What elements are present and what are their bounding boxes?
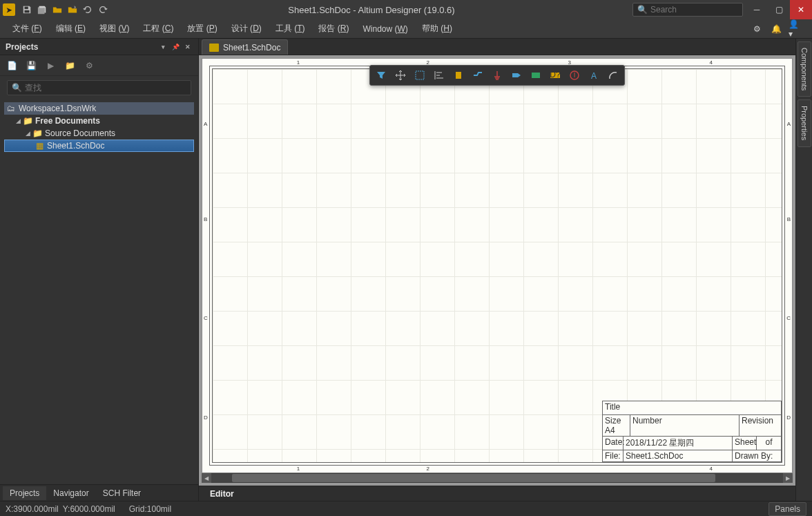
filter-icon[interactable] [372, 68, 390, 83]
power-icon[interactable] [488, 68, 506, 83]
menu-design[interactable]: 设计 (D) [224, 20, 269, 37]
scroll-right-icon[interactable]: ▶ [783, 473, 793, 483]
port-icon[interactable] [508, 68, 525, 83]
status-bar: X:3900.000mil Y:6000.000mil Grid:100mil … [0, 501, 812, 516]
projects-search-input[interactable] [25, 83, 186, 93]
search-icon: 🔍 [637, 5, 648, 15]
menu-place[interactable]: 放置 (P) [180, 20, 224, 37]
designator-icon[interactable]: D? [546, 68, 564, 83]
app-logo-icon: ➤ [3, 3, 15, 16]
status-grid: Grid:100mil [129, 504, 171, 514]
menu-file[interactable]: 文件 (F) [6, 20, 49, 37]
save-icon[interactable] [20, 3, 34, 17]
active-bar: D? i A [369, 65, 625, 86]
notifications-icon[interactable]: 🔔 [769, 22, 783, 36]
text-icon[interactable]: A [585, 68, 603, 83]
open-icon[interactable] [50, 3, 64, 17]
row-ref: D [786, 414, 791, 421]
close-button[interactable]: ✕ [790, 0, 812, 19]
bus-icon[interactable] [527, 68, 545, 83]
schematic-sheet[interactable]: 1 2 3 4 1 2 4 A B C D A B C D [202, 58, 793, 473]
tab-editor[interactable]: Editor [203, 488, 241, 500]
projects-panel-title: Projects [6, 42, 38, 52]
tree-source-documents[interactable]: ◢ 📁 Source Documents [4, 127, 194, 140]
menu-tools[interactable]: 工具 (T) [269, 20, 312, 37]
titlebar-search[interactable]: 🔍 [632, 3, 743, 17]
panels-button[interactable]: Panels [768, 502, 806, 516]
document-tab-sheet1[interactable]: Sheet1.SchDoc [202, 39, 288, 55]
maximize-button[interactable]: ▢ [768, 0, 790, 19]
row-ref: B [204, 216, 207, 222]
titleblock-size-label: Size [605, 416, 628, 426]
tree-free-documents[interactable]: ◢ 📁 Free Documents [4, 115, 194, 127]
svg-text:A: A [591, 71, 597, 81]
titleblock-title-label: Title [603, 401, 781, 414]
component-icon[interactable] [450, 68, 467, 83]
panel-close-icon[interactable]: ✕ [183, 42, 193, 52]
svg-rect-2 [416, 71, 424, 79]
arc-icon[interactable] [604, 68, 622, 83]
select-rect-icon[interactable] [411, 68, 429, 83]
svg-text:D?: D? [550, 70, 561, 79]
undo-icon[interactable] [81, 3, 95, 17]
move-icon[interactable] [392, 68, 409, 83]
svg-rect-0 [25, 7, 28, 10]
open-recent-icon[interactable] [66, 3, 79, 17]
menu-reports[interactable]: 报告 (R) [311, 20, 356, 37]
editor-area: Sheet1.SchDoc D? i A [199, 39, 795, 501]
status-coord-x: X:3900.000mil [6, 504, 59, 514]
titlebar-search-input[interactable] [650, 5, 738, 15]
compile-icon[interactable]: ▶ [44, 59, 57, 72]
search-icon: 🔍 [12, 83, 22, 93]
col-ref: 4 [709, 59, 712, 66]
user-menu-icon[interactable]: 👤▾ [789, 22, 802, 36]
scroll-thumb[interactable] [232, 474, 715, 482]
settings-icon[interactable]: ⚙ [750, 22, 764, 36]
tab-properties[interactable]: Properties [798, 99, 811, 146]
tab-navigator[interactable]: Navigator [46, 486, 95, 500]
menu-edit[interactable]: 编辑 (E) [49, 20, 93, 37]
tab-sch-filter[interactable]: SCH Filter [96, 486, 148, 500]
menu-help[interactable]: 帮助 (H) [415, 20, 459, 37]
col-ref: 1 [297, 59, 300, 66]
info-icon[interactable]: i [566, 68, 583, 83]
schematic-file-icon [209, 44, 219, 52]
titleblock-of-label: of [757, 437, 781, 450]
left-bottom-tabs: Projects Navigator SCH Filter [0, 484, 198, 501]
save-all-icon[interactable] [35, 3, 49, 17]
titleblock-sheet-label: Sheet [733, 437, 757, 450]
tree-collapse-icon[interactable]: ◢ [23, 130, 32, 137]
menu-window[interactable]: Window (W) [356, 21, 415, 37]
menu-view[interactable]: 视图 (V) [93, 20, 136, 37]
save-project-icon[interactable]: 💾 [25, 59, 37, 72]
new-doc-icon[interactable]: 📄 [6, 59, 18, 72]
titleblock-number-label: Number [630, 415, 740, 436]
svg-rect-4 [532, 73, 540, 78]
minimize-button[interactable]: ─ [746, 0, 768, 19]
row-ref: A [204, 121, 207, 127]
redo-icon[interactable] [96, 3, 110, 17]
folder-in-icon[interactable]: 📁 [64, 59, 76, 72]
editor-bottom-tabs: Editor [199, 486, 795, 501]
tab-components[interactable]: Components [798, 41, 811, 97]
svg-text:i: i [574, 70, 576, 79]
horizontal-scrollbar[interactable]: ◀ ▶ [202, 473, 793, 483]
projects-search-wrap: 🔍 [0, 76, 198, 99]
tree-sheet-file[interactable]: ▦ Sheet1.SchDoc [4, 140, 194, 152]
col-ref: 1 [297, 466, 300, 472]
folder-icon: 📁 [32, 128, 43, 138]
tree-collapse-icon[interactable]: ◢ [14, 117, 22, 124]
scroll-left-icon[interactable]: ◀ [202, 473, 211, 483]
tree-workspace[interactable]: 🗂 Workspace1.DsnWrk [4, 102, 194, 115]
project-settings-icon[interactable]: ⚙ [83, 59, 95, 72]
tab-projects[interactable]: Projects [3, 486, 46, 500]
panel-pin-icon[interactable]: 📌 [171, 42, 180, 52]
col-ref: 4 [709, 466, 712, 472]
window-title: Sheet1.SchDoc - Altium Designer (19.0.6) [110, 5, 632, 15]
panel-dropdown-icon[interactable]: ▾ [158, 42, 168, 52]
menu-project[interactable]: 工程 (C) [136, 20, 180, 37]
align-icon[interactable] [430, 68, 448, 83]
net-icon[interactable] [469, 68, 487, 83]
titleblock-file-label: File: [603, 450, 624, 461]
projects-tree: 🗂 Workspace1.DsnWrk ◢ 📁 Free Documents ◢… [0, 99, 198, 484]
